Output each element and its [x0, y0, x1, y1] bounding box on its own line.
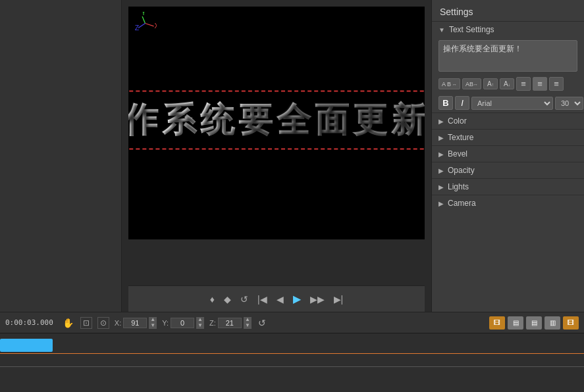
prev-frame-button[interactable]: ◀	[274, 293, 286, 306]
play-button[interactable]: ▶	[290, 291, 304, 306]
text-settings-arrow: ▼	[438, 26, 445, 34]
lights-label: Lights	[448, 182, 469, 191]
playback-controls: ♦ ◆ ↺ |◀ ◀ ▶ ▶▶ ▶|	[128, 285, 425, 312]
viewport-canvas: X Y Z 操作系统要全面更新！	[128, 7, 425, 239]
reset-button[interactable]: ↺	[257, 316, 267, 330]
center-viewport: X Y Z 操作系统要全面更新！ ♦ ◆ ↺ |◀ ◀ ▶ ▶▶ ▶|	[122, 0, 431, 312]
opacity-label: Opacity	[448, 166, 475, 175]
time-display: 0:00:03.000	[5, 318, 53, 327]
layer-icon-3[interactable]: ▤	[526, 316, 542, 330]
y-down-arrow[interactable]: ▼	[196, 323, 204, 329]
bevel-label: Bevel	[448, 149, 467, 159]
hand-tool-button[interactable]: ✋	[61, 316, 75, 330]
loop-button[interactable]: ↺	[238, 293, 251, 306]
font-select[interactable]: Arial Times New Roman Helvetica	[471, 97, 553, 110]
main-text-display: 操作系统要全面更新！	[128, 91, 425, 150]
svg-line-1	[142, 16, 145, 24]
z-down-arrow[interactable]: ▼	[244, 323, 252, 329]
viewport-below	[128, 239, 425, 285]
z-arrows: ▲ ▼	[244, 317, 252, 329]
color-label: Color	[448, 116, 467, 126]
layer-icon-1[interactable]: 🎞	[489, 316, 505, 330]
settings-title: Settings	[432, 0, 584, 22]
x-down-arrow[interactable]: ▼	[149, 323, 157, 329]
skip-start-button[interactable]: |◀	[255, 293, 270, 306]
x-input[interactable]	[123, 318, 147, 328]
select-tool-button[interactable]: ⊡	[80, 317, 92, 329]
svg-text:Z: Z	[135, 24, 140, 32]
lights-section[interactable]: ▶ Lights	[432, 178, 584, 195]
layer-icons: 🎞 ▤ ▤ ▥ 🎞	[489, 316, 579, 330]
scale-up-button[interactable]: A↑	[483, 78, 498, 89]
y-coord-group: Y: ▲ ▼	[162, 317, 204, 329]
bookmark-button[interactable]: ♦	[207, 293, 217, 306]
text-input[interactable]: 操作系统要全面更新！	[438, 40, 577, 72]
axis-indicator: X Y Z	[134, 12, 157, 35]
bevel-section[interactable]: ▶ Bevel	[432, 145, 584, 162]
svg-text:X: X	[155, 22, 157, 30]
align-right-button[interactable]: ≡	[549, 77, 564, 91]
z-input[interactable]	[218, 318, 242, 328]
color-section[interactable]: ▶ Color	[432, 112, 584, 129]
align-center-button[interactable]: ≡	[533, 77, 547, 91]
layer-icon-5[interactable]: 🎞	[563, 316, 579, 330]
texture-section[interactable]: ▶ Texture	[432, 129, 584, 145]
texture-label: Texture	[448, 133, 473, 142]
align-left-button[interactable]: ≡	[516, 77, 531, 91]
timeline-line-2	[0, 366, 584, 367]
opacity-arrow: ▶	[438, 167, 444, 174]
svg-line-2	[138, 24, 146, 28]
italic-button[interactable]: I	[455, 96, 469, 110]
y-input[interactable]	[171, 318, 194, 328]
text-settings-section[interactable]: ▼ Text Settings	[432, 22, 584, 37]
layer-icon-2[interactable]: ▤	[508, 316, 523, 330]
y-arrows: ▲ ▼	[196, 317, 204, 329]
opacity-section[interactable]: ▶ Opacity	[432, 162, 584, 178]
z-coord-group: Z: ▲ ▼	[209, 317, 252, 329]
camera-arrow: ▶	[438, 200, 444, 207]
camera-label: Camera	[448, 199, 476, 208]
diamond-button[interactable]: ◆	[221, 293, 234, 306]
camera-section[interactable]: ▶ Camera	[432, 195, 584, 211]
x-arrows: ▲ ▼	[149, 317, 157, 329]
bevel-arrow: ▶	[438, 151, 444, 158]
x-label: X:	[115, 319, 121, 327]
color-arrow: ▶	[438, 118, 444, 125]
rotate-tool-button[interactable]: ⊙	[97, 317, 109, 329]
skip-end-button[interactable]: ▶|	[331, 293, 346, 306]
texture-arrow: ▶	[438, 134, 444, 141]
format-row-1: AB↔ AB↔ A↑ A↓ ≡ ≡ ≡	[432, 74, 584, 93]
next-frames-button[interactable]: ▶▶	[307, 293, 327, 306]
layer-icon-4[interactable]: ▥	[544, 316, 560, 330]
y-label: Y:	[162, 319, 169, 327]
timeline-line-1	[0, 353, 584, 354]
z-label: Z:	[209, 319, 216, 327]
timeline-track[interactable]	[0, 339, 53, 352]
format-row-2: B I Arial Times New Roman Helvetica 30 2…	[432, 93, 584, 112]
lights-arrow: ▶	[438, 184, 444, 191]
left-panel	[0, 0, 122, 312]
bold-button[interactable]: B	[438, 96, 453, 110]
svg-text:Y: Y	[141, 12, 146, 16]
text-settings-label: Text Settings	[449, 25, 494, 34]
right-panel: Settings ▼ Text Settings 操作系统要全面更新！ AB↔ …	[431, 0, 584, 312]
tracking-wide-button[interactable]: AB↔	[438, 78, 460, 89]
status-bar: 0:00:03.000 ✋ ⊡ ⊙ X: ▲ ▼ Y: ▲ ▼ Z: ▲ ▼ ↺…	[0, 312, 584, 333]
x-coord-group: X: ▲ ▼	[115, 317, 157, 329]
font-size-select[interactable]: 30 24 36 48	[555, 97, 583, 110]
tracking-narrow-button[interactable]: AB↔	[462, 78, 481, 89]
svg-line-0	[146, 24, 154, 26]
timeline-area	[0, 333, 584, 392]
scale-down-button[interactable]: A↓	[500, 78, 514, 89]
